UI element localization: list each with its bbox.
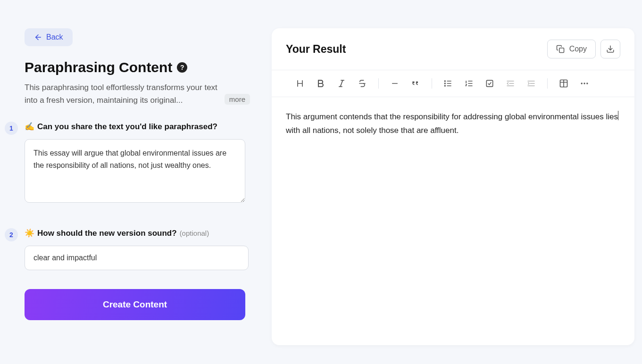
editor-toolbar bbox=[272, 70, 634, 97]
download-button[interactable] bbox=[600, 40, 620, 58]
step-one-number: 1 bbox=[5, 122, 18, 135]
svg-rect-17 bbox=[486, 80, 492, 86]
copy-icon bbox=[556, 45, 565, 53]
checklist-button[interactable] bbox=[480, 75, 499, 92]
download-icon bbox=[606, 45, 615, 53]
more-horizontal-icon bbox=[580, 79, 589, 88]
more-button[interactable]: more bbox=[225, 94, 250, 105]
italic-button[interactable] bbox=[332, 75, 351, 92]
table-icon bbox=[559, 79, 568, 88]
text-cursor bbox=[618, 111, 618, 120]
step-one: 1 ✍️ Can you share the text you'd like p… bbox=[25, 122, 250, 205]
optional-label: (optional) bbox=[180, 229, 209, 237]
indent-button[interactable] bbox=[522, 75, 541, 92]
step-one-label: ✍️ Can you share the text you'd like par… bbox=[25, 122, 250, 132]
step-one-text: Can you share the text you'd like paraph… bbox=[37, 122, 217, 132]
svg-rect-1 bbox=[559, 48, 564, 53]
editor-content[interactable]: This argument contends that the responsi… bbox=[272, 97, 634, 345]
italic-icon bbox=[337, 79, 346, 88]
copy-label: Copy bbox=[569, 45, 587, 53]
result-header: Your Result Copy bbox=[272, 28, 634, 70]
svg-point-28 bbox=[584, 83, 585, 84]
result-title: Your Result bbox=[286, 43, 346, 56]
svg-point-29 bbox=[586, 83, 588, 84]
svg-point-13 bbox=[445, 85, 446, 86]
result-text-b: with all nations, not solely those that … bbox=[286, 126, 459, 135]
checkbox-icon bbox=[485, 79, 494, 88]
outdent-button[interactable] bbox=[501, 75, 520, 92]
strikethrough-icon bbox=[358, 79, 367, 88]
writing-hand-icon: ✍️ bbox=[25, 122, 34, 132]
table-button[interactable] bbox=[554, 75, 573, 92]
step-two-label: ☀️ How should the new version sound? (op… bbox=[25, 228, 250, 238]
back-button[interactable]: Back bbox=[25, 28, 73, 46]
help-icon[interactable]: ? bbox=[177, 62, 187, 73]
create-content-button[interactable]: Create Content bbox=[25, 289, 245, 320]
ordered-list-button[interactable] bbox=[459, 75, 478, 92]
page-title: Paraphrasing Content bbox=[25, 59, 172, 75]
app-container: Back Paraphrasing Content ? This paraphr… bbox=[0, 0, 642, 364]
arrow-left-icon bbox=[34, 33, 42, 41]
outdent-icon bbox=[506, 79, 515, 88]
ordered-list-icon bbox=[464, 79, 474, 88]
more-options-button[interactable] bbox=[575, 75, 594, 92]
heading-button[interactable] bbox=[291, 75, 309, 92]
bullet-list-button[interactable] bbox=[439, 75, 458, 92]
tone-input[interactable] bbox=[25, 246, 249, 270]
result-panel: Your Result Copy bbox=[272, 28, 634, 345]
step-two-text: How should the new version sound? bbox=[37, 229, 177, 238]
strikethrough-button[interactable] bbox=[353, 75, 372, 92]
copy-button[interactable]: Copy bbox=[547, 40, 596, 58]
toolbar-separator bbox=[547, 78, 548, 89]
step-two: 2 ☀️ How should the new version sound? (… bbox=[25, 228, 250, 270]
step-two-number: 2 bbox=[5, 228, 18, 241]
quote-icon bbox=[411, 79, 420, 88]
quote-button[interactable] bbox=[406, 75, 425, 92]
input-panel: Back Paraphrasing Content ? This paraphr… bbox=[0, 0, 264, 364]
svg-point-12 bbox=[445, 83, 446, 84]
result-text-a: This argument contends that the responsi… bbox=[286, 112, 618, 121]
heading-icon bbox=[295, 79, 305, 88]
description-row: This paraphrasing tool effortlessly tran… bbox=[25, 81, 250, 107]
sun-icon: ☀️ bbox=[25, 228, 34, 238]
bold-button[interactable] bbox=[311, 75, 330, 92]
svg-point-11 bbox=[445, 81, 446, 82]
indent-icon bbox=[526, 79, 536, 88]
back-label: Back bbox=[46, 33, 63, 41]
toolbar-separator bbox=[378, 78, 379, 89]
description-text: This paraphrasing tool effortlessly tran… bbox=[25, 81, 220, 107]
title-row: Paraphrasing Content ? bbox=[25, 59, 250, 75]
result-actions: Copy bbox=[547, 40, 620, 58]
bold-icon bbox=[316, 79, 325, 88]
toolbar-separator bbox=[432, 78, 432, 89]
minus-icon bbox=[390, 79, 400, 88]
svg-point-27 bbox=[581, 83, 583, 84]
bullet-list-icon bbox=[443, 79, 453, 88]
svg-line-5 bbox=[341, 80, 343, 86]
horizontal-rule-button[interactable] bbox=[385, 75, 404, 92]
source-text-input[interactable] bbox=[25, 139, 245, 203]
